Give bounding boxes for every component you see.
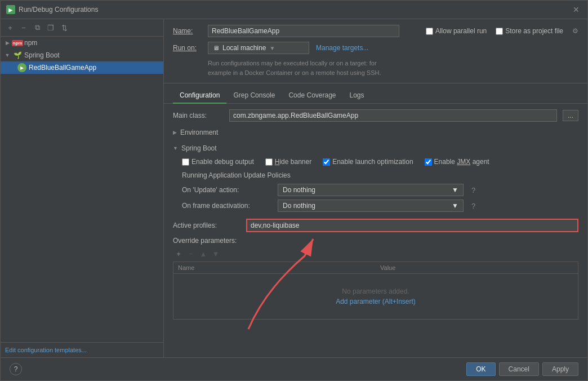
sidebar-item-label: RedBlueBallGameApp (29, 64, 96, 72)
run-on-label: Run on: (173, 44, 201, 52)
add-parameter-link[interactable]: Add parameter (Alt+Insert) (336, 298, 416, 305)
dialog-icon: ▶ (6, 5, 15, 14)
add-config-button[interactable]: + (4, 21, 16, 34)
spring-boot-icon: 🌱 (13, 51, 22, 60)
hide-banner-checkbox-label[interactable]: Hide banner (265, 158, 311, 166)
ok-button[interactable]: OK (466, 362, 495, 376)
override-params-section: Override parameters: + − ▲ ▼ Name Value (173, 237, 578, 320)
params-toolbar: + − ▲ ▼ (173, 248, 578, 259)
store-as-project-checkbox[interactable] (496, 28, 503, 35)
right-header: Name: Allow parallel run Store as projec… (164, 19, 587, 83)
launch-opt-checkbox-label[interactable]: Enable launch optimization (323, 158, 413, 166)
dialog-title: Run/Debug Configurations (19, 6, 98, 14)
tab-logs[interactable]: Logs (343, 88, 371, 104)
jmx-agent-checkbox-label[interactable]: Enable JMX agent (425, 158, 489, 166)
on-update-select[interactable]: Do nothing ▼ (278, 184, 464, 196)
move-param-up-button[interactable]: ▲ (198, 248, 209, 259)
run-debug-dialog: ▶ Run/Debug Configurations ✕ + − ⧉ ❐ ⇅ ▶… (0, 0, 588, 381)
jmx-agent-checkbox[interactable] (425, 158, 432, 166)
on-update-dropdown-icon: ▼ (452, 186, 458, 194)
active-profiles-label: Active profiles: (173, 221, 240, 229)
launch-opt-checkbox[interactable] (323, 158, 330, 166)
active-profiles-row: Active profiles: (173, 219, 578, 232)
help-button[interactable]: ? (10, 363, 22, 375)
dialog-buttons: OK Cancel Apply (466, 362, 578, 376)
edit-templates-link[interactable]: Edit configuration templates... (5, 347, 87, 353)
copy-config-button[interactable]: ⧉ (31, 21, 43, 34)
right-panel-content: Name: Allow parallel run Store as projec… (164, 19, 587, 357)
name-row: Name: Allow parallel run Store as projec… (173, 25, 578, 37)
name-label: Name: (173, 27, 201, 35)
main-class-row: Main class: ... (173, 109, 578, 122)
tab-code-coverage[interactable]: Code Coverage (282, 88, 342, 104)
settings-gear-icon[interactable]: ⚙ (572, 27, 578, 35)
tab-configuration[interactable]: Configuration (173, 88, 226, 104)
debug-output-checkbox-label[interactable]: Enable debug output (182, 158, 254, 166)
expand-arrow: ▶ (4, 39, 11, 46)
panel-content: Main class: ... ▶ Environment ▼ Spring B… (164, 104, 587, 357)
params-empty-state: No parameters added. Add parameter (Alt+… (173, 274, 578, 319)
sidebar-item-label: npm (24, 39, 37, 47)
bottom-bar: ? OK Cancel Apply (1, 357, 587, 380)
remove-config-button[interactable]: − (17, 21, 30, 34)
debug-output-checkbox[interactable] (182, 158, 189, 166)
main-class-browse-button[interactable]: ... (563, 110, 578, 121)
allow-parallel-label[interactable]: Allow parallel run (426, 27, 487, 35)
sidebar-footer: Edit configuration templates... (1, 342, 163, 357)
policies-section: Running Application Update Policies On '… (182, 171, 578, 212)
on-frame-dropdown-icon: ▼ (452, 202, 458, 210)
move-config-button[interactable]: ❐ (44, 21, 57, 34)
add-param-button[interactable]: + (173, 248, 184, 259)
close-button[interactable]: ✕ (571, 4, 582, 15)
store-as-project-label[interactable]: Store as project file (496, 27, 563, 35)
remove-param-button[interactable]: − (185, 248, 197, 259)
active-profiles-input[interactable] (246, 219, 578, 232)
sidebar-item-npm[interactable]: ▶ npm npm (1, 37, 163, 49)
right-panel: Name: Allow parallel run Store as projec… (164, 19, 587, 357)
app-icon: ▶ (17, 63, 26, 72)
move-param-down-button[interactable]: ▼ (210, 248, 221, 259)
spring-checkboxes-row: Enable debug output Hide banner Enable l… (182, 158, 578, 166)
dropdown-arrow-icon: ▼ (269, 45, 275, 51)
main-content: + − ⧉ ❐ ⇅ ▶ npm npm ▼ 🌱 (1, 19, 587, 357)
value-column-header: Value (376, 262, 578, 273)
sidebar-item-label: Spring Boot (24, 51, 60, 59)
params-table-header: Name Value (173, 262, 578, 274)
name-input[interactable] (208, 25, 399, 37)
on-update-help-icon[interactable]: ? (471, 186, 475, 194)
sidebar-item-redblueball[interactable]: ▶ RedBlueBallGameApp (1, 61, 163, 74)
tabs-bar: Configuration Grep Console Code Coverage… (164, 88, 587, 104)
spring-boot-section: ▼ Spring Boot Enable debug output H (173, 142, 578, 212)
spring-boot-section-header[interactable]: ▼ Spring Boot (173, 142, 578, 154)
environment-section-header[interactable]: ▶ Environment (173, 126, 578, 139)
hide-banner-checkbox[interactable] (265, 158, 273, 166)
spring-expand-icon: ▼ (173, 145, 178, 151)
on-frame-help-icon[interactable]: ? (471, 202, 475, 210)
npm-icon: npm (13, 38, 22, 47)
sort-config-button[interactable]: ⇅ (58, 21, 70, 34)
expand-arrow: ▼ (4, 52, 11, 59)
override-params-label: Override parameters: (173, 237, 578, 245)
run-on-select[interactable]: 🖥 Local machine ▼ (208, 42, 309, 54)
manage-targets-link[interactable]: Manage targets... (316, 44, 368, 52)
on-frame-select[interactable]: Do nothing ▼ (278, 200, 464, 212)
allow-parallel-checkbox[interactable] (426, 28, 433, 35)
cancel-button[interactable]: Cancel (499, 362, 539, 376)
sidebar-toolbar: + − ⧉ ❐ ⇅ (1, 19, 163, 37)
sidebar-tree: ▶ npm npm ▼ 🌱 Spring Boot ▶ RedBlueBallG… (1, 37, 163, 342)
tab-grep-console[interactable]: Grep Console (226, 88, 282, 104)
on-frame-row: On frame deactivation: Do nothing ▼ ? (182, 200, 578, 212)
sidebar-item-spring-boot[interactable]: ▼ 🌱 Spring Boot (1, 49, 163, 61)
params-table: Name Value No parameters added. Add para… (173, 262, 578, 320)
apply-button[interactable]: Apply (542, 362, 578, 376)
title-bar: ▶ Run/Debug Configurations ✕ (1, 1, 587, 19)
run-on-description: Run configurations may be executed local… (208, 59, 578, 77)
environment-expand-icon: ▶ (173, 130, 177, 135)
on-update-row: On 'Update' action: Do nothing ▼ ? (182, 184, 578, 196)
title-bar-left: ▶ Run/Debug Configurations (6, 5, 98, 14)
policies-label: Running Application Update Policies (182, 171, 578, 179)
on-update-label: On 'Update' action: (182, 186, 272, 194)
run-on-row: Run on: 🖥 Local machine ▼ Manage targets… (173, 42, 578, 54)
main-class-label: Main class: (173, 112, 224, 119)
main-class-input[interactable] (229, 109, 557, 122)
